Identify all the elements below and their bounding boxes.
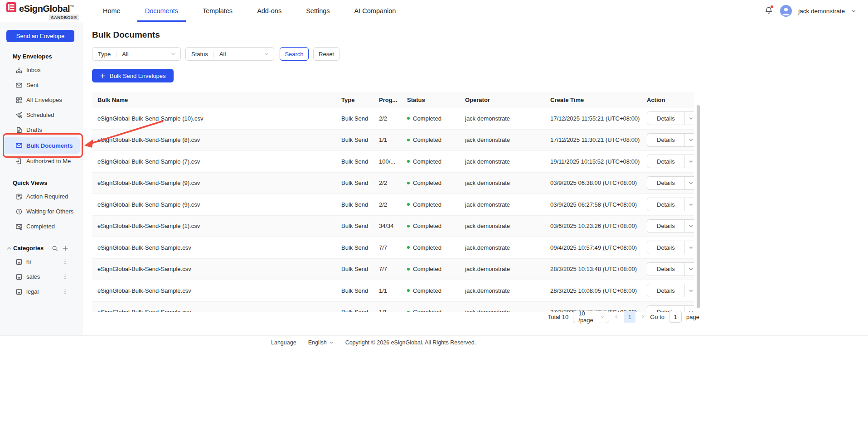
details-dropdown-icon[interactable] <box>684 177 694 189</box>
details-button[interactable]: Details <box>647 133 694 147</box>
more-options-icon[interactable] <box>62 259 68 265</box>
nav-item-home[interactable]: Home <box>91 0 133 22</box>
user-avatar[interactable] <box>780 5 792 17</box>
cell-bulk-name: eSignGlobal-Bulk-Send-Sample (9).csv <box>92 179 341 186</box>
details-dropdown-icon[interactable] <box>684 198 694 211</box>
sidebar-item-drafts[interactable]: Drafts <box>0 122 83 137</box>
sidebar-item-bulk-documents[interactable]: Bulk Documents <box>3 137 80 154</box>
table-row: eSignGlobal-Bulk-Send-Sample (7).csv Bul… <box>92 151 694 173</box>
user-menu-chevron-icon[interactable] <box>851 9 856 14</box>
cell-progress: 2/2 <box>379 115 407 122</box>
bulk-documents-icon <box>15 142 23 149</box>
copyright-text: Copyright © 2026 eSignGlobal. All Rights… <box>345 339 476 346</box>
category-search-icon[interactable] <box>52 245 58 252</box>
sidebar-item-waiting-for-others[interactable]: Waiting for Others <box>0 204 83 219</box>
details-dropdown-icon[interactable] <box>684 241 694 254</box>
category-icon <box>15 288 23 295</box>
type-filter-label: Type <box>92 51 116 58</box>
column-header-action: Action <box>647 97 694 103</box>
page-suffix-label: page <box>686 314 699 320</box>
category-item-sales[interactable]: sales <box>0 269 83 284</box>
pagination: Total 10 10 /page 1 Go to page <box>92 310 699 324</box>
next-page-icon[interactable] <box>640 314 645 319</box>
column-header-bulk-name: Bulk Name <box>92 97 341 103</box>
more-options-icon[interactable] <box>62 289 68 295</box>
details-dropdown-icon[interactable] <box>684 155 694 168</box>
sidebar-item-scheduled[interactable]: Scheduled <box>0 107 83 122</box>
nav-item-settings[interactable]: Settings <box>294 0 342 22</box>
category-item-legal[interactable]: legal <box>0 284 83 299</box>
sidebar-item-authorized-to-me[interactable]: Authorized to Me <box>0 154 83 169</box>
collapse-caret-icon[interactable] <box>6 246 12 251</box>
details-button[interactable]: Details <box>647 176 694 190</box>
nav-item-templates[interactable]: Templates <box>190 0 245 22</box>
action-required-icon <box>15 193 23 200</box>
sandbox-badge: SANDBOX® <box>49 15 79 20</box>
details-button[interactable]: Details <box>647 284 694 297</box>
cell-status: Completed <box>407 158 465 165</box>
search-button[interactable]: Search <box>280 47 309 61</box>
category-item-hr[interactable]: hr <box>0 254 83 269</box>
details-button[interactable]: Details <box>647 241 694 254</box>
details-button[interactable]: Details <box>647 155 694 168</box>
type-filter-select[interactable]: Type All <box>92 47 181 61</box>
previous-page-icon[interactable] <box>614 314 619 319</box>
cell-type: Bulk Send <box>341 266 379 272</box>
page-title: Bulk Documents <box>92 30 868 40</box>
bulk-send-envelopes-button[interactable]: Bulk Send Envelopes <box>92 69 174 82</box>
page-size-select[interactable]: 10 /page <box>573 310 609 323</box>
status-filter-select[interactable]: Status All <box>185 47 274 61</box>
chevron-down-icon <box>600 315 605 319</box>
cell-type: Bulk Send <box>341 287 379 294</box>
cell-operator: jack demonstrate <box>465 201 550 208</box>
sidebar-item-inbox[interactable]: Inbox <box>0 63 83 77</box>
cell-status: Completed <box>407 287 465 294</box>
table-scrollbar[interactable] <box>697 105 700 308</box>
details-button[interactable]: Details <box>647 198 694 211</box>
cell-create-time: 28/3/2025 10:13:48 (UTC+08:00) <box>550 266 647 272</box>
sidebar-item-all-envelopes[interactable]: All Envelopes <box>0 92 83 107</box>
category-add-icon[interactable] <box>62 245 68 252</box>
categories-header: Categories <box>6 245 77 252</box>
sidebar-item-sent[interactable]: Sent <box>0 77 83 92</box>
section-title-quick-views: Quick Views <box>13 179 83 186</box>
nav-item-add-ons[interactable]: Add-ons <box>245 0 294 22</box>
details-dropdown-icon[interactable] <box>684 112 694 125</box>
cell-progress: 1/1 <box>379 136 407 143</box>
nav-item-ai-companion[interactable]: AI Companion <box>342 0 408 22</box>
reset-button[interactable]: Reset <box>313 47 339 61</box>
goto-page-input[interactable] <box>669 311 682 323</box>
language-label: Language <box>271 339 296 346</box>
status-dot <box>407 160 410 163</box>
send-envelope-button[interactable]: Send an Envelope <box>6 30 74 42</box>
details-dropdown-icon[interactable] <box>684 284 694 297</box>
status-dot <box>407 225 410 227</box>
language-select[interactable]: English <box>308 339 334 346</box>
user-name[interactable]: jack demonstrate <box>798 8 845 15</box>
page-number-1[interactable]: 1 <box>624 311 635 323</box>
details-dropdown-icon[interactable] <box>684 263 694 276</box>
cell-create-time: 03/9/2025 06:27:58 (UTC+08:00) <box>550 201 647 208</box>
sidebar-item-action-required[interactable]: Action Required <box>0 189 83 204</box>
bulk-documents-table: Bulk NameTypeProg...StatusOperatorCreate… <box>92 92 694 312</box>
column-header-status: Status <box>407 97 465 103</box>
top-header: eSignGlobal™ SANDBOX® HomeDocumentsTempl… <box>0 0 868 22</box>
cell-operator: jack.demonstrate <box>465 287 550 294</box>
details-button[interactable]: Details <box>647 262 694 276</box>
cell-status: Completed <box>407 244 465 251</box>
details-dropdown-icon[interactable] <box>684 220 694 232</box>
notification-bell-icon[interactable] <box>764 6 774 16</box>
details-dropdown-icon[interactable] <box>684 134 694 146</box>
status-filter-value: All <box>214 51 264 58</box>
more-options-icon[interactable] <box>62 274 68 280</box>
cell-operator: jack demonstrate <box>465 136 550 143</box>
sidebar-item-completed[interactable]: Completed <box>0 219 83 234</box>
table-row: eSignGlobal-Bulk-Send-Sample (10).csv Bu… <box>92 108 694 130</box>
cell-create-time: 28/3/2025 10:08:05 (UTC+08:00) <box>550 287 647 294</box>
trademark-symbol: ™ <box>70 5 74 9</box>
nav-item-documents[interactable]: Documents <box>133 0 190 22</box>
details-button[interactable]: Details <box>647 111 694 125</box>
details-button[interactable]: Details <box>647 219 694 233</box>
plus-icon <box>100 73 106 79</box>
category-icon <box>15 273 23 281</box>
